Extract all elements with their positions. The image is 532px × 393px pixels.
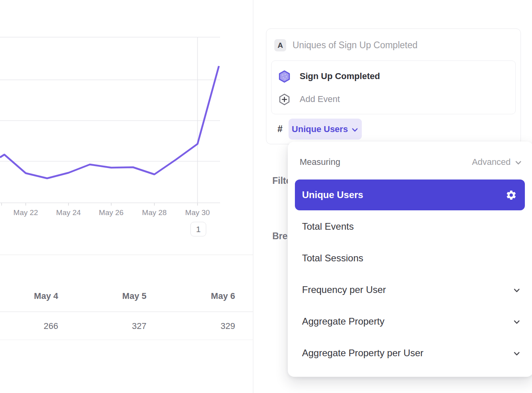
menu-item-label: Aggregate Property: [302, 316, 384, 327]
chevron-down-icon: [513, 318, 521, 326]
measuring-mode-selector[interactable]: Advanced: [472, 157, 522, 167]
measuring-label: Measuring: [300, 157, 340, 167]
chevron-down-icon: [513, 350, 521, 357]
gear-icon[interactable]: [505, 189, 517, 201]
x-axis-tick-label: May 26: [99, 208, 124, 217]
event-card: Sign Up Completed Add Event: [271, 60, 516, 114]
menu-item-total-sessions[interactable]: Total Sessions: [288, 242, 532, 274]
menu-item-label: Total Events: [302, 221, 354, 232]
menu-item-label: Unique Users: [302, 189, 363, 200]
chevron-down-icon: [351, 126, 359, 134]
table-column-header: May 6: [148, 291, 235, 301]
table-row-rule: [0, 340, 253, 340]
menu-item-label: Aggregate Property per User: [302, 348, 424, 359]
table-header-rule: [0, 312, 253, 312]
plus-hexagon-icon: [278, 93, 291, 106]
event-row-sign-up-completed[interactable]: Sign Up Completed: [272, 65, 515, 88]
metric-row: # Unique Users: [277, 119, 362, 140]
x-axis-tick-label: May 22: [13, 208, 38, 217]
add-event-label: Add Event: [300, 94, 340, 104]
hexagon-icon: [278, 70, 291, 83]
series-letter-badge: A: [274, 39, 286, 51]
table-cell-value: 329: [148, 321, 235, 331]
menu-item-aggregate-property[interactable]: Aggregate Property: [288, 306, 532, 337]
series-title: Uniques of Sign Up Completed: [293, 40, 418, 51]
x-axis-tick-label: May 30: [185, 208, 210, 217]
metric-selector-button[interactable]: Unique Users: [289, 119, 362, 140]
metric-label: Unique Users: [292, 124, 348, 134]
line-chart: May 22May 24May 26May 28May 30: [0, 0, 253, 237]
measuring-dropdown-header: Measuring Advanced: [300, 156, 522, 168]
table-column-header: May 5: [59, 291, 146, 301]
table-cell-value: 266: [0, 321, 58, 331]
chart-table-divider: [0, 255, 253, 255]
chevron-down-icon: [515, 159, 522, 166]
menu-item-total-events[interactable]: Total Events: [288, 211, 532, 242]
add-event-button[interactable]: Add Event: [272, 88, 515, 111]
x-axis-tick-label: May 28: [142, 208, 167, 217]
menu-item-label: Total Sessions: [302, 253, 363, 264]
menu-item-aggregate-property-per-user[interactable]: Aggregate Property per User: [288, 337, 532, 369]
menu-item-frequency-per-user[interactable]: Frequency per User: [288, 274, 532, 306]
measuring-options-list: Unique UsersTotal EventsTotal SessionsFr…: [288, 179, 532, 369]
insights-report-view: May 22May 24May 26May 28May 30 1 May 426…: [0, 0, 532, 393]
measuring-dropdown: Measuring Advanced Unique UsersTotal Eve…: [288, 142, 532, 377]
number-metric-symbol: #: [277, 124, 285, 134]
x-axis-tick-label: May 24: [56, 208, 81, 217]
chevron-down-icon: [513, 287, 521, 294]
pane-divider: [253, 0, 253, 393]
series-row: A Uniques of Sign Up Completed: [274, 39, 418, 51]
chart-pagination-badge[interactable]: 1: [190, 222, 206, 236]
measuring-mode-label: Advanced: [472, 157, 511, 167]
event-name: Sign Up Completed: [300, 71, 380, 81]
table-column-header: May 4: [0, 291, 58, 301]
menu-item-label: Frequency per User: [302, 284, 386, 295]
table-cell-value: 327: [59, 321, 146, 331]
menu-item-unique-users[interactable]: Unique Users: [295, 179, 525, 210]
query-card: A Uniques of Sign Up Completed Sign Up C…: [266, 28, 521, 144]
